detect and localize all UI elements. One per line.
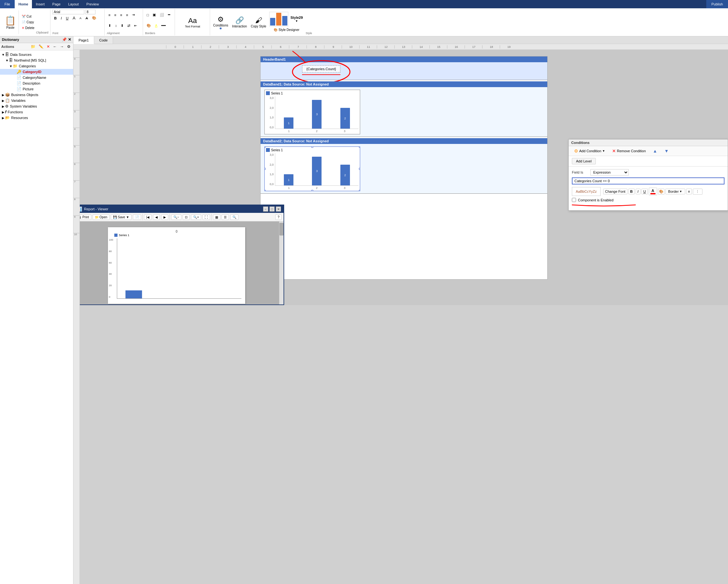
underline-button[interactable]: U (64, 16, 70, 21)
bold-button[interactable]: B (52, 16, 58, 21)
cond-underline-button[interactable]: U (642, 189, 648, 194)
chart1[interactable]: Series 1 3,0 2,0 1,0 (264, 90, 360, 134)
chart2[interactable]: Series 1 3,0 2,0 1,0 (264, 147, 360, 191)
sel-handle-tl[interactable] (264, 147, 266, 148)
border-style-btn[interactable]: ━━ (160, 23, 167, 28)
border-btn3[interactable]: ⬜ (158, 12, 166, 18)
style-designer-button[interactable]: 🎨 Style Designer (273, 27, 301, 32)
tab-page1[interactable]: Page1 (73, 36, 94, 44)
viewer-print-btn[interactable]: 🖨 Print (80, 214, 91, 220)
tree-item-description[interactable]: 📄 Description (0, 80, 73, 86)
viewer-export-btn[interactable]: 📄 (133, 214, 141, 220)
viewer-scrollbar[interactable] (279, 221, 284, 304)
valign-mid-button[interactable]: ↕ (113, 23, 119, 28)
font-name-input[interactable] (52, 9, 84, 15)
align-center-button[interactable]: ≡ (113, 12, 118, 18)
sel-handle-mr[interactable] (359, 168, 360, 170)
tree-item-categories[interactable]: ▼ 📁 Categories (0, 63, 73, 69)
highlight-color-button[interactable]: 🎨 (658, 189, 665, 195)
italic-button[interactable]: I (59, 16, 63, 21)
sel-handle-bl[interactable] (264, 190, 266, 191)
valign-top-button[interactable]: ⬆ (107, 23, 113, 28)
viewer-zoom-fit[interactable]: ⊡ (183, 214, 190, 220)
copy-button[interactable]: 📄 Copy (20, 20, 36, 25)
more-options-btn[interactable]: ≡ (686, 189, 692, 194)
viewer-open-btn[interactable]: 📁 Open (93, 214, 109, 220)
tree-item-resources[interactable]: ▶ 📂 Resources (0, 115, 73, 121)
font-size-input[interactable] (85, 9, 96, 15)
align-right-button[interactable]: ≡ (119, 12, 124, 18)
interaction-button[interactable]: 🔗 Interaction (231, 15, 248, 29)
fill-color-btn[interactable]: 🎨 (145, 23, 153, 28)
menu-page[interactable]: Page (49, 0, 64, 8)
sel-handle-tr[interactable] (359, 147, 360, 148)
tree-item-categoryname[interactable]: 📄 CategoryName (0, 75, 73, 80)
strikethrough-button[interactable]: A (84, 16, 89, 21)
viewer-maximize-btn[interactable]: □ (269, 207, 275, 212)
panel-add-btn[interactable]: 📁 (29, 44, 37, 50)
viewer-thumb[interactable]: ▦ (213, 214, 220, 220)
sel-handle-tm[interactable] (311, 147, 313, 148)
font-color-button-cond[interactable]: A (649, 188, 657, 195)
font-color-button[interactable]: 🎨 (90, 15, 98, 21)
tree-item-northwind[interactable]: ▼ 🗄 Northwind [MS SQL] (0, 57, 73, 63)
viewer-nav-start[interactable]: |◀ (144, 214, 152, 220)
style-name-btn[interactable]: Style29 ▼ (290, 15, 304, 24)
canvas-scroll[interactable]: HeaderBand1 {Categories.Count} (80, 50, 728, 584)
viewer-close-btn[interactable]: ✕ (276, 207, 281, 212)
even-more-btn[interactable]: ⋮ (693, 189, 702, 195)
menu-file[interactable]: File (0, 0, 15, 8)
panel-close-icon[interactable]: ✕ (68, 37, 71, 42)
panel-up-btn[interactable]: ← (52, 44, 58, 50)
change-font-button[interactable]: Change Font (603, 189, 627, 194)
move-up-button[interactable]: ▲ (650, 148, 660, 155)
font-shrink-button[interactable]: A (78, 16, 83, 21)
border-shadow-btn[interactable]: ━ (166, 12, 172, 18)
viewer-nav-next[interactable]: ▶ (161, 214, 168, 220)
remove-condition-button[interactable]: ✕ Remove Condition (609, 148, 649, 155)
tree-item-system-variables[interactable]: ▶ ⚙ System Variables (0, 103, 73, 109)
tree-item-business-objects[interactable]: ▶ 📦 Business Objects (0, 92, 73, 98)
border-button-cond[interactable]: Border ▼ (666, 189, 685, 194)
viewer-minimize-btn[interactable]: − (263, 207, 268, 212)
align-justify-button[interactable]: ≡ (125, 12, 130, 18)
panel-edit-btn[interactable]: ✏️ (37, 44, 45, 50)
add-level-button[interactable]: Add Level (572, 158, 596, 164)
cond-italic-button[interactable]: I (636, 189, 641, 194)
menu-insert[interactable]: Insert (32, 0, 49, 8)
cut-button[interactable]: ✂️ Cut (20, 14, 36, 19)
tree-item-variables[interactable]: ▶ 📋 Variables (0, 98, 73, 103)
viewer-fullpage[interactable]: ⛶ (203, 214, 210, 220)
field-is-select[interactable]: Expression (590, 169, 629, 176)
component-enabled-checkbox[interactable] (572, 198, 576, 202)
viewer-search[interactable]: 🔍 (230, 214, 238, 220)
viewer-outline[interactable]: ☰ (222, 214, 229, 220)
font-grow-button[interactable]: A (71, 15, 77, 21)
menu-layout[interactable]: Layout (64, 0, 83, 8)
indent-button[interactable]: ⇥ (130, 12, 136, 18)
copy-style-button[interactable]: 🖌 Copy Style (250, 15, 267, 29)
border-btn1[interactable]: □ (145, 12, 150, 18)
move-down-button[interactable]: ▼ (661, 148, 672, 155)
menu-preview[interactable]: Preview (83, 0, 103, 8)
tab-code[interactable]: Code (94, 36, 113, 44)
sel-handle-br[interactable] (359, 190, 360, 191)
tree-item-categoryid[interactable]: 🔑 CategoryID (0, 69, 73, 75)
delete-button[interactable]: ✕ Delete (20, 25, 36, 31)
valign-bot-button[interactable]: ⬇ (119, 23, 125, 28)
sel-handle-ml[interactable] (264, 168, 266, 170)
viewer-scroll-thumb[interactable] (279, 223, 284, 236)
add-condition-button[interactable]: ⚙ Add Condition ▼ (571, 148, 608, 155)
rtl-button[interactable]: ⇄ (126, 23, 132, 28)
expression-input[interactable] (572, 178, 725, 184)
menu-home[interactable]: Home (15, 0, 32, 8)
tree-item-functions[interactable]: ▶ f Functions (0, 109, 73, 115)
tree-item-data-sources[interactable]: ▼ 🗄 Data Sources (0, 52, 73, 57)
cond-bold-button[interactable]: B (628, 189, 635, 194)
panel-down-btn[interactable]: → (59, 44, 65, 50)
panel-settings-btn[interactable]: ⚙ (66, 44, 72, 50)
tree-item-picture[interactable]: 📄 Picture (0, 86, 73, 92)
highlight-btn[interactable]: A (153, 23, 159, 28)
viewer-help-btn[interactable]: ? (275, 214, 282, 220)
publish-button[interactable]: Publish (706, 0, 728, 8)
